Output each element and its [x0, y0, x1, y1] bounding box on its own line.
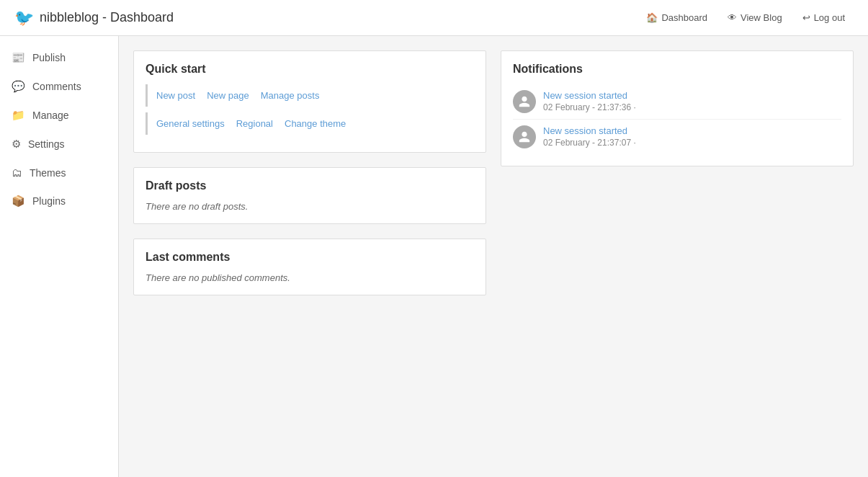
manage-icon: 📁	[12, 109, 25, 122]
header-title: nibbleblog - Dashboard	[40, 10, 174, 25]
dashboard-nav-icon: 🏠	[646, 12, 658, 23]
sidebar-item-plugins[interactable]: 📦 Plugins	[0, 187, 118, 215]
sidebar-label-comments: Comments	[32, 81, 81, 92]
notification-time-1: 02 February - 21:37:36 ·	[543, 102, 636, 112]
quick-start-row-2: General settings Regional Change theme	[146, 112, 474, 135]
new-post-link[interactable]: New post	[156, 90, 195, 101]
comments-icon: 💬	[12, 80, 25, 93]
sidebar-label-manage: Manage	[32, 110, 69, 121]
quick-start-row-1: New post New page Manage posts	[146, 84, 474, 107]
right-column: Notifications New session started 02 Feb…	[501, 50, 854, 310]
new-page-link[interactable]: New page	[207, 90, 249, 101]
sidebar-item-settings[interactable]: ⚙ Settings	[0, 130, 118, 159]
quick-start-title: Quick start	[146, 63, 474, 76]
sidebar-item-publish[interactable]: 📰 Publish	[0, 43, 118, 72]
notification-avatar-1	[513, 90, 536, 113]
notifications-title: Notifications	[513, 63, 841, 76]
sidebar-item-themes[interactable]: 🗂 Themes	[0, 159, 118, 187]
log-out-nav-link[interactable]: ↩ Log out	[794, 8, 854, 27]
draft-posts-empty: There are no draft posts.	[146, 201, 474, 212]
view-blog-nav-link[interactable]: 👁 View Blog	[719, 8, 791, 27]
header: 🐦 nibbleblog - Dashboard 🏠 Dashboard 👁 V…	[0, 0, 868, 36]
publish-icon: 📰	[12, 51, 25, 64]
notification-item-1: New session started 02 February - 21:37:…	[513, 84, 841, 120]
content-grid: Quick start New post New page Manage pos…	[133, 50, 854, 310]
notification-avatar-2	[513, 125, 536, 148]
regional-link[interactable]: Regional	[236, 118, 273, 129]
main-content: Quick start New post New page Manage pos…	[119, 36, 868, 477]
sidebar-item-comments[interactable]: 💬 Comments	[0, 72, 118, 101]
header-logo: 🐦 nibbleblog - Dashboard	[14, 9, 174, 27]
general-settings-link[interactable]: General settings	[156, 118, 225, 129]
log-out-nav-icon: ↩	[802, 12, 810, 23]
quick-start-panel: Quick start New post New page Manage pos…	[133, 50, 486, 153]
draft-posts-panel: Draft posts There are no draft posts.	[133, 167, 486, 224]
notification-text-2: New session started 02 February - 21:37:…	[543, 125, 636, 148]
sidebar-label-plugins: Plugins	[32, 195, 66, 207]
manage-posts-link[interactable]: Manage posts	[261, 90, 320, 101]
view-blog-nav-icon: 👁	[728, 12, 737, 23]
plugins-icon: 📦	[12, 195, 25, 208]
change-theme-link[interactable]: Change theme	[285, 118, 346, 129]
notification-link-1[interactable]: New session started	[543, 90, 636, 101]
last-comments-empty: There are no published comments.	[146, 272, 474, 283]
sidebar-item-manage[interactable]: 📁 Manage	[0, 101, 118, 130]
view-blog-nav-label: View Blog	[741, 12, 782, 23]
last-comments-title: Last comments	[146, 251, 474, 264]
notification-link-2[interactable]: New session started	[543, 125, 636, 136]
log-out-nav-label: Log out	[814, 12, 845, 23]
notification-text-1: New session started 02 February - 21:37:…	[543, 90, 636, 112]
notification-item-2: New session started 02 February - 21:37:…	[513, 120, 841, 154]
themes-icon: 🗂	[12, 166, 22, 179]
logo-icon: 🐦	[14, 9, 34, 27]
settings-icon: ⚙	[12, 138, 21, 151]
draft-posts-title: Draft posts	[146, 179, 474, 192]
last-comments-panel: Last comments There are no published com…	[133, 239, 486, 295]
notifications-panel: Notifications New session started 02 Feb…	[501, 50, 854, 166]
header-nav: 🏠 Dashboard 👁 View Blog ↩ Log out	[637, 8, 854, 27]
sidebar-label-publish: Publish	[32, 52, 66, 63]
left-column: Quick start New post New page Manage pos…	[133, 50, 486, 310]
sidebar-label-settings: Settings	[28, 138, 65, 150]
notification-time-2: 02 February - 21:37:07 ·	[543, 138, 636, 148]
sidebar: 📰 Publish 💬 Comments 📁 Manage ⚙ Settings…	[0, 36, 119, 477]
sidebar-label-themes: Themes	[30, 167, 66, 179]
dashboard-nav-label: Dashboard	[661, 12, 707, 23]
dashboard-nav-link[interactable]: 🏠 Dashboard	[637, 8, 716, 27]
